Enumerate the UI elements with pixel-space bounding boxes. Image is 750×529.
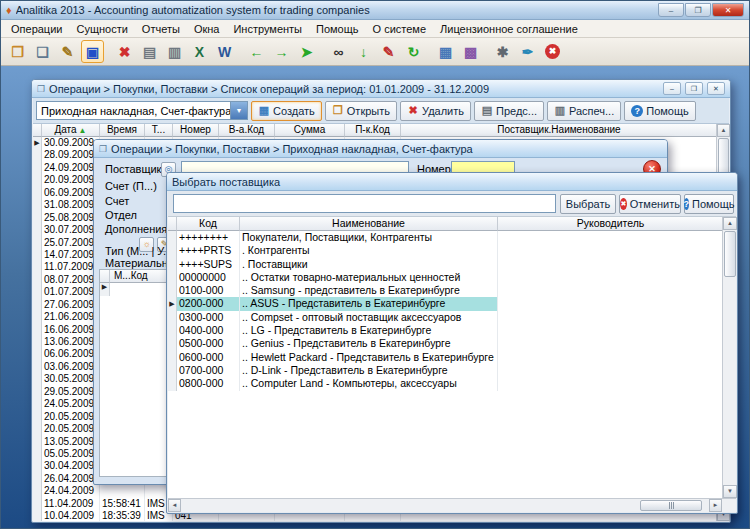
open-folder-icon[interactable]: ❒ [6,40,29,63]
supplier-row[interactable]: ▶0200-000.. ASUS - Представитель в Екате… [168,297,724,310]
menu-item-4[interactable]: Окна [187,22,227,36]
scrollbar-thumb[interactable] [640,500,702,511]
menu-item-5[interactable]: Инструменты [226,22,309,36]
scroll-right-icon[interactable]: ► [709,499,722,512]
app-window: ♦ Analitika 2013 - Accounting automatiza… [0,0,750,529]
menu-item-1[interactable]: Операции [4,22,69,36]
save-icon[interactable]: ▣ [81,40,104,63]
supplier-table-body: ++++++++Покупатели, Поставщики, Контраге… [168,231,724,498]
supplier-row[interactable]: 0500-000.. Genius - Представитель в Екат… [168,337,724,350]
menubar: ОперацииСущностиОтчетыОкнаИнструментыПом… [1,20,749,38]
chevron-down-icon[interactable]: ▼ [230,102,247,119]
cancel-icon: ✖ [620,198,627,210]
supplier-row[interactable]: 0400-000.. LG - Представитель в Екатерин… [168,324,724,337]
main-toolbar: ❒❏✎▣✖▤▥XW←→➤∞↓✎↻▦▩✱✒✖ [1,38,749,66]
scroll-up-icon[interactable]: ▲ [717,124,730,137]
supplier-dialog-titlebar[interactable]: Выбрать поставщика [167,173,737,191]
column-header[interactable]: В-а.Код [219,124,275,137]
delete-icon[interactable]: ✖ [113,40,136,63]
nav-next-icon[interactable]: ➤ [295,40,318,63]
menu-item-6[interactable]: Помощь [309,22,366,36]
list-window-titlebar[interactable]: ❐ Операции > Покупки, Поставки > Список … [32,80,730,98]
supplier-row[interactable]: 0300-000.. Compset - оптовый поставщик а… [168,311,724,324]
child-maximize-button[interactable]: ❐ [685,82,703,95]
cancel-button[interactable]: ✖ Отменить [619,194,681,214]
menu-item-3[interactable]: Отчеты [135,22,187,36]
column-header[interactable]: Руководитель [498,217,724,231]
supplier-row[interactable]: ++++PRTS. Контрагенты [168,244,724,257]
exit-icon[interactable]: ✖ [541,40,564,63]
column-header[interactable]: Т... [145,124,173,137]
app-icon: ♦ [6,4,12,16]
nav-forward-icon[interactable]: → [270,40,293,63]
child-minimize-button[interactable]: – [663,82,681,95]
column-header[interactable]: Наименование [240,217,498,231]
supplier-row[interactable]: ++++SUPS. Поставщики [168,258,724,271]
refresh-icon[interactable]: ↻ [402,40,425,63]
scrollbar-thumb[interactable] [724,231,736,277]
supplier-search-input[interactable] [173,194,556,213]
preview-button[interactable]: ▤ Предс... [474,101,544,121]
supplier-row[interactable]: 0800-000.. Computer Land - Компьютеры, а… [168,377,724,390]
dialog-vertical-scrollbar[interactable]: ▲ ▼ [722,217,736,498]
supplier-row[interactable]: 00000000.. Остатки товарно-материальных … [168,271,724,284]
new-document-icon[interactable]: ❏ [31,40,54,63]
column-header[interactable]: П-к.Код [345,124,401,137]
app-titlebar[interactable]: ♦ Analitika 2013 - Accounting automatiza… [1,1,749,20]
edit-document-icon[interactable]: ✎ [56,40,79,63]
search-binoculars-icon[interactable]: ∞ [327,40,350,63]
dialog-help-button[interactable]: ? Помощь [684,194,734,214]
scroll-up-icon[interactable]: ▲ [723,217,737,230]
doc-type-value: Приходная накладная, Счет-фактура [37,105,230,117]
print-preview-icon: ▤ [481,104,493,117]
select-button[interactable]: Выбрать [560,194,616,214]
minimize-button[interactable]: – [658,3,684,17]
download-icon[interactable]: ↓ [352,40,375,63]
supplier-row[interactable]: 0100-000.. Samsung - представитель в Ека… [168,284,724,297]
child-close-button[interactable]: ✕ [707,82,725,95]
menu-item-8[interactable]: Лицензионное соглашение [433,22,585,36]
mdi-client: ❐ Операции > Покупки, Поставки > Список … [1,66,749,529]
close-button[interactable]: ✕ [712,3,744,17]
print-preview-icon[interactable]: ▤ [138,40,161,63]
table-icon[interactable]: ▦ [434,40,457,63]
column-header[interactable]: Дата▲ [42,124,100,137]
app-title: Analitika 2013 - Accounting automatizati… [16,4,654,16]
menu-item-2[interactable]: Сущности [69,22,134,36]
account-label: Счет [105,195,129,207]
column-header[interactable]: Код [177,217,240,231]
column-header[interactable]: Сумма [275,124,345,137]
supplier-row[interactable]: 0600-000.. Hewlett Packard - Представите… [168,351,724,364]
scroll-left-icon[interactable]: ◄ [168,499,181,512]
invoice-window-title: Операции > Покупки, Поставки > Приходная… [111,143,473,155]
supplier-row[interactable]: 0700-000.. D-Link - Представитель в Екат… [168,364,724,377]
open-button[interactable]: ❒ Открыть [325,101,397,121]
export-word-icon[interactable]: W [213,40,236,63]
form-icon[interactable]: ▩ [459,40,482,63]
dialog-horizontal-scrollbar[interactable]: ◄ ► [168,498,736,512]
doc-type-select[interactable]: Приходная накладная, Счет-фактура ▼ [36,101,248,120]
document-icon: ❐ [37,84,45,94]
nav-back-icon[interactable]: ← [245,40,268,63]
supplier-dialog-title: Выбрать поставщика [172,176,280,188]
invoice-window-titlebar[interactable]: ❐ Операции > Покупки, Поставки > Приходн… [94,140,667,158]
delete-button[interactable]: ✖ Удалить [400,101,471,121]
column-header[interactable]: Поставщик.Наименование [401,124,718,137]
create-icon: ▦ [258,104,270,117]
column-header[interactable]: Номер [173,124,219,137]
column-header[interactable]: Время [100,124,145,137]
supplier-dialog-toolbar: Выбрать ✖ Отменить ? Помощь [168,191,736,217]
menu-item-7[interactable]: О системе [366,22,433,36]
additions-label: Дополнения [105,223,167,235]
scroll-down-icon[interactable]: ▼ [723,485,737,498]
sign-pen-icon[interactable]: ✎ [377,40,400,63]
notes-icon[interactable]: ✒ [516,40,539,63]
supplier-row[interactable]: ++++++++Покупатели, Поставщики, Контраге… [168,231,724,244]
settings-icon[interactable]: ✱ [491,40,514,63]
export-excel-icon[interactable]: X [188,40,211,63]
print-icon[interactable]: ▥ [163,40,186,63]
help-button[interactable]: ? Помощь [624,101,696,121]
create-button[interactable]: ▦ Создать [251,101,322,121]
print-button[interactable]: ▥ Распеч... [547,101,621,121]
maximize-button[interactable]: ❐ [685,3,711,17]
